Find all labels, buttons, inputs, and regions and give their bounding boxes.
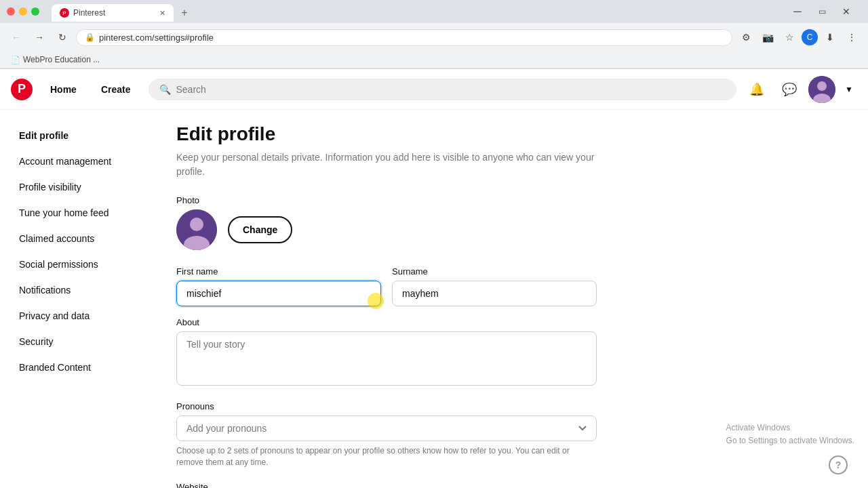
activate-windows-title: Activate Windows xyxy=(726,422,854,434)
sidebar-item-security[interactable]: Security xyxy=(5,329,144,354)
first-name-field: First name xyxy=(176,266,381,306)
photo-row: Change xyxy=(176,209,597,250)
maximize-window-button[interactable] xyxy=(31,7,39,16)
windows-help-button[interactable]: ? xyxy=(829,455,848,474)
sidebar-item-social-permissions[interactable]: Social permissions xyxy=(5,252,144,277)
search-placeholder-text: Search xyxy=(176,84,206,95)
home-nav-button[interactable]: Home xyxy=(39,79,87,100)
search-bar[interactable]: 🔍 Search xyxy=(149,79,737,100)
new-tab-button[interactable]: + xyxy=(176,5,193,21)
extensions-icon[interactable]: ⚙ xyxy=(736,28,755,47)
pronouns-label: Pronouns xyxy=(176,401,597,411)
minimize-icon[interactable]: ─ xyxy=(788,2,807,21)
minimize-window-button[interactable] xyxy=(19,7,27,16)
bookmarks-bar: 📄 WebPro Education ... xyxy=(0,52,868,68)
profile-icon[interactable]: C xyxy=(802,29,818,45)
surname-label: Surname xyxy=(392,266,597,277)
settings-sidebar: Edit profile Account management Profile … xyxy=(0,110,149,488)
forward-button[interactable]: → xyxy=(30,28,49,47)
create-nav-button[interactable]: Create xyxy=(90,79,142,100)
sidebar-item-notifications[interactable]: Notifications xyxy=(5,278,144,302)
sidebar-item-account-management[interactable]: Account management xyxy=(5,149,144,174)
tab-title: Pinterest xyxy=(73,8,155,18)
search-icon: 🔍 xyxy=(159,84,171,95)
header-actions: 🔔 💬 ▼ xyxy=(743,76,857,103)
page-title: Edit profile xyxy=(176,123,597,145)
first-name-label: First name xyxy=(176,266,381,277)
pronouns-section: Pronouns Add your pronouns Choose up to … xyxy=(176,401,597,468)
name-row: First name Surname xyxy=(176,266,597,306)
first-name-input[interactable] xyxy=(176,281,381,306)
url-bar[interactable]: 🔒 pinterest.com/settings#profile xyxy=(76,29,732,46)
url-text: pinterest.com/settings#profile xyxy=(99,33,724,43)
change-photo-button[interactable]: Change xyxy=(228,216,292,243)
close-icon[interactable]: ✕ xyxy=(837,2,856,21)
user-avatar-button[interactable] xyxy=(808,76,835,103)
pronouns-select[interactable]: Add your pronouns xyxy=(176,415,597,441)
windows-activation-watermark: Activate Windows Go to Settings to activ… xyxy=(726,422,854,447)
back-button[interactable]: ← xyxy=(7,28,26,47)
profile-photo xyxy=(176,209,217,250)
sidebar-item-branded-content[interactable]: Branded Content xyxy=(5,355,144,380)
about-label: About xyxy=(176,317,597,327)
notifications-bell-button[interactable]: 🔔 xyxy=(743,76,770,103)
about-textarea[interactable] xyxy=(176,331,597,386)
website-section: Website xyxy=(176,482,597,488)
browser-actions: ⚙ 📷 ☆ C ⬇ ⋮ xyxy=(736,28,861,47)
settings-main: Edit profile Keep your personal details … xyxy=(149,110,624,488)
browser-tab[interactable]: P Pinterest ✕ xyxy=(52,4,174,22)
title-bar: P Pinterest ✕ + ─ ▭ ✕ xyxy=(0,0,868,23)
window-controls xyxy=(7,7,39,16)
page-subtitle: Keep your personal details private. Info… xyxy=(176,150,597,179)
screenshot-icon[interactable]: 📷 xyxy=(758,28,777,47)
pinterest-logo[interactable]: P xyxy=(11,79,33,100)
photo-label: Photo xyxy=(176,195,597,205)
tab-close-button[interactable]: ✕ xyxy=(159,9,165,18)
restore-icon[interactable]: ▭ xyxy=(812,2,831,21)
about-section: About xyxy=(176,317,597,388)
bookmark-icon: 📄 xyxy=(11,56,20,64)
svg-point-4 xyxy=(190,218,203,231)
svg-point-1 xyxy=(817,81,827,91)
sidebar-item-claimed-accounts[interactable]: Claimed accounts xyxy=(5,226,144,251)
bookmark-icon[interactable]: ☆ xyxy=(780,28,799,47)
reload-button[interactable]: ↻ xyxy=(53,28,72,47)
sidebar-item-edit-profile[interactable]: Edit profile xyxy=(5,123,144,148)
sidebar-item-tune-home-feed[interactable]: Tune your home feed xyxy=(5,201,144,225)
website-label: Website xyxy=(176,482,597,488)
activate-windows-subtitle: Go to Settings to activate Windows. xyxy=(726,434,854,447)
photo-section: Photo Change xyxy=(176,195,597,250)
menu-icon[interactable]: ⋮ xyxy=(842,28,861,47)
address-bar: ← → ↻ 🔒 pinterest.com/settings#profile ⚙… xyxy=(0,23,868,52)
sidebar-item-profile-visibility[interactable]: Profile visibility xyxy=(5,175,144,199)
tab-favicon: P xyxy=(60,8,69,18)
surname-field: Surname xyxy=(392,266,597,306)
pinterest-header: P Home Create 🔍 Search 🔔 💬 ▼ xyxy=(0,69,868,110)
close-window-button[interactable] xyxy=(7,7,15,16)
bookmark-webpro[interactable]: 📄 WebPro Education ... xyxy=(7,54,104,66)
sidebar-item-privacy-and-data[interactable]: Privacy and data xyxy=(5,304,144,328)
pronouns-hint: Choose up to 2 sets of pronouns to appea… xyxy=(176,445,597,468)
download-icon[interactable]: ⬇ xyxy=(821,28,840,47)
main-navigation: Home Create xyxy=(39,79,142,100)
surname-input[interactable] xyxy=(392,281,597,306)
lock-icon: 🔒 xyxy=(85,33,95,42)
bookmark-label: WebPro Education ... xyxy=(23,55,100,64)
messages-button[interactable]: 💬 xyxy=(776,76,803,103)
account-chevron-button[interactable]: ▼ xyxy=(841,81,857,98)
